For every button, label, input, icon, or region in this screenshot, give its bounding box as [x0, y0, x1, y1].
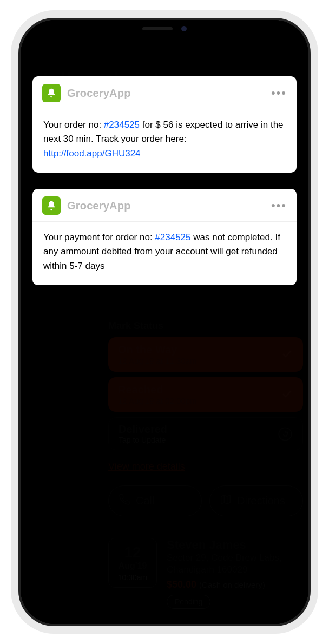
order-number-link[interactable]: #234525 [155, 232, 190, 242]
notification-body: Your order no: #234525 for $ 56 is expec… [32, 109, 297, 173]
notification-app-name: GroceryApp [67, 87, 131, 100]
tracking-link[interactable]: http://food.app/GHU324 [43, 148, 141, 159]
side-button-power [311, 175, 314, 234]
phone-frame: Hello, Chris! Mark Status On the Way 12 … [11, 10, 318, 634]
phone-screen: Hello, Chris! Mark Status On the Way 12 … [21, 20, 308, 624]
order-number-link[interactable]: #234525 [104, 120, 140, 130]
side-button-volume-up [15, 159, 18, 205]
speaker-grille [142, 27, 173, 30]
notification-body: Your payment for order no: #234525 was n… [32, 222, 297, 285]
bell-icon [42, 84, 61, 102]
notif-text: Your order no: [43, 120, 104, 130]
notification-card[interactable]: GroceryApp ••• Your order no: #234525 fo… [32, 76, 297, 173]
more-icon[interactable]: ••• [271, 199, 287, 213]
notification-app-name: GroceryApp [67, 200, 131, 212]
more-icon[interactable]: ••• [271, 86, 287, 100]
bell-icon [42, 196, 61, 215]
side-button-silence [15, 121, 18, 147]
side-button-volume-down [15, 213, 18, 259]
notch [94, 20, 235, 37]
front-camera [181, 26, 187, 31]
notif-text: Your payment for order no: [43, 232, 155, 242]
notification-layer: GroceryApp ••• Your order no: #234525 fo… [32, 76, 297, 285]
notification-card[interactable]: GroceryApp ••• Your payment for order no… [32, 189, 297, 285]
